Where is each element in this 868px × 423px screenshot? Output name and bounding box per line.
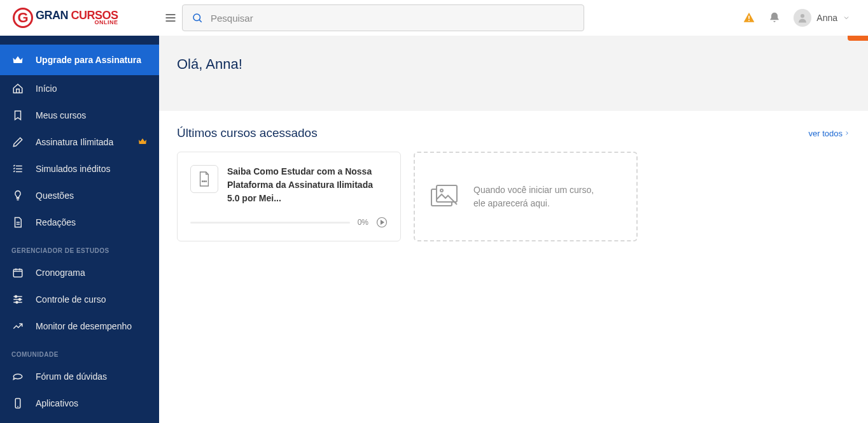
content: Últimos cursos acessados ver todos Saiba… (159, 111, 868, 257)
svg-marker-29 (381, 220, 384, 224)
sidebar-item-label: Assinatura Ilimitada (36, 137, 113, 147)
user-menu[interactable]: Anna (794, 9, 850, 27)
sidebar-item[interactable]: Fórum de dúvidas (0, 363, 159, 390)
sidebar-item[interactable]: Assinatura Ilimitada (0, 129, 159, 155)
course-progress-row: 0% (190, 217, 388, 228)
sidebar-item[interactable]: Aplicativos (0, 390, 159, 417)
avatar (794, 9, 811, 27)
home-icon (11, 82, 24, 95)
course-cards: Saiba Como Estudar com a Nossa Plataform… (177, 152, 850, 241)
chevron-down-icon (843, 14, 850, 22)
svg-point-22 (16, 301, 18, 303)
sliders-icon (11, 293, 24, 306)
sidebar-item-label: Cronograma (36, 268, 85, 278)
svg-rect-5 (748, 16, 750, 19)
sidebar-item[interactable]: Monitor de desempenho (0, 313, 159, 340)
sidebar-item-label: Fórum de dúvidas (36, 371, 107, 382)
menu-toggle-button[interactable] (159, 6, 182, 29)
sidebar-item[interactable]: Simulados inéditos (0, 155, 159, 182)
sidebar-item[interactable]: Cronograma (0, 259, 159, 286)
main-content: Olá, Anna! Últimos cursos acessados ver … (159, 0, 868, 423)
crown-badge-icon (137, 136, 148, 148)
placeholder-card: Quando você iniciar um curso, ele aparec… (414, 152, 638, 241)
sidebar-item-label: Questões (36, 190, 74, 201)
gallery-icon (430, 184, 461, 210)
sidebar-item-label: Monitor de desempenho (36, 321, 132, 331)
user-icon (797, 12, 808, 24)
section-title: Últimos cursos acessados (177, 126, 318, 140)
svg-point-25 (202, 181, 203, 182)
sidebar-item-label: Redações (36, 217, 76, 227)
greeting-bar: Olá, Anna! (159, 36, 868, 111)
chat-icon (11, 370, 24, 383)
sidebar-section-label: COMUNIDADE (0, 340, 159, 363)
phone-icon (11, 397, 24, 410)
svg-point-7 (801, 14, 804, 18)
progress-bar (190, 222, 350, 224)
sidebar-upgrade-button[interactable]: Upgrade para Assinatura (0, 45, 159, 75)
sidebar-item-label: Simulados inéditos (36, 164, 111, 174)
placeholder-text: Quando você iniciar um curso, ele aparec… (473, 183, 594, 210)
svg-rect-31 (437, 185, 457, 202)
search-icon (192, 12, 203, 24)
svg-rect-6 (748, 20, 750, 21)
bookmark-icon (11, 109, 24, 122)
logo-g-icon (13, 8, 33, 28)
sidebar-section-label: GERENCIADOR DE ESTUDOS (0, 236, 159, 259)
header: GRAN CURSOS ONLINE Anna (0, 0, 868, 36)
search-wrap (182, 4, 584, 31)
bell-icon[interactable] (768, 11, 781, 24)
svg-point-20 (15, 296, 17, 298)
svg-point-27 (206, 181, 206, 182)
sidebar-item-label: Aplicativos (36, 398, 78, 408)
logo-area: GRAN CURSOS ONLINE (10, 8, 159, 28)
play-icon[interactable] (376, 217, 388, 228)
calendar-icon (11, 266, 24, 279)
document-icon (190, 165, 218, 193)
course-card[interactable]: Saiba Como Estudar com a Nossa Plataform… (177, 152, 401, 241)
sidebar-item[interactable]: Redações (0, 209, 159, 236)
sidebar-item-label: Upgrade para Assinatura (36, 55, 141, 65)
doc-icon (11, 216, 24, 229)
logo[interactable]: GRAN CURSOS ONLINE (13, 8, 118, 28)
search-input[interactable] (211, 13, 575, 24)
user-name-label: Anna (816, 13, 837, 23)
sidebar-item[interactable]: Início (0, 75, 159, 102)
see-all-link[interactable]: ver todos (809, 129, 850, 138)
sidebar-item-label: Meus cursos (36, 110, 86, 120)
sidebar-item[interactable]: Questões (0, 182, 159, 209)
bulb-icon (11, 189, 24, 202)
header-right: Anna (743, 9, 858, 27)
alert-icon[interactable] (743, 11, 755, 24)
sidebar: Upgrade para Assinatura InícioMeus curso… (0, 0, 159, 423)
hamburger-icon (164, 11, 177, 24)
sidebar-item[interactable]: Controle de curso (0, 286, 159, 313)
svg-point-3 (193, 14, 200, 21)
greeting-text: Olá, Anna! (177, 56, 850, 73)
chart-icon (11, 320, 24, 333)
course-title: Saiba Como Estudar com a Nossa Plataform… (227, 165, 388, 205)
search-bar[interactable] (182, 4, 584, 31)
pen-icon (11, 136, 24, 148)
svg-rect-13 (13, 269, 22, 277)
svg-point-21 (19, 299, 21, 301)
sidebar-item-label: Controle de curso (36, 294, 106, 305)
svg-line-4 (199, 20, 201, 22)
progress-text: 0% (358, 218, 368, 227)
crown-icon (11, 54, 24, 66)
section-head: Últimos cursos acessados ver todos (177, 126, 850, 140)
sidebar-item-label: Início (36, 83, 57, 94)
chevron-right-icon (844, 130, 850, 136)
sidebar-item[interactable]: Meus cursos (0, 102, 159, 129)
list-icon (11, 162, 24, 175)
see-all-label: ver todos (809, 129, 843, 138)
svg-point-26 (204, 181, 204, 182)
